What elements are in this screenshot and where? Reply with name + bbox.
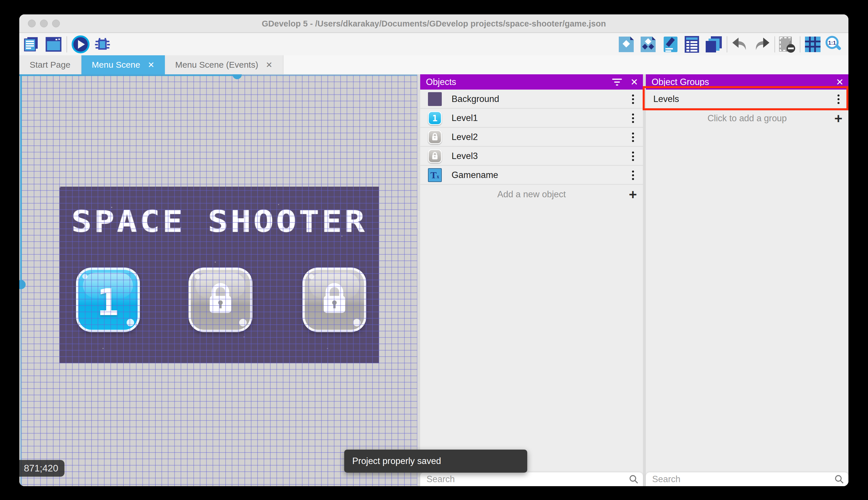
kebab-menu-icon[interactable] xyxy=(623,94,643,104)
layers-panel-icon[interactable] xyxy=(705,35,723,54)
scene-editor-icon[interactable] xyxy=(45,35,62,54)
horizontal-scrollbar[interactable] xyxy=(19,74,237,76)
close-panel-icon[interactable]: ✕ xyxy=(831,74,848,90)
tab-label: Menu Scene (Events) xyxy=(175,60,258,70)
group-label: Levels xyxy=(653,94,828,104)
groups-search-bar xyxy=(646,472,848,486)
toolbar-divider xyxy=(727,36,727,53)
scene-editor-canvas[interactable]: SPACE SHOOTER 1 xyxy=(19,74,417,486)
star-decoration xyxy=(59,186,60,188)
tab-bar-filler xyxy=(283,55,848,74)
level1-button-instance[interactable]: 1 xyxy=(76,268,140,332)
add-object-row[interactable]: Add a new object + xyxy=(420,185,643,204)
add-group-row[interactable]: Click to add a group + xyxy=(646,109,848,128)
kebab-menu-icon[interactable] xyxy=(623,133,643,142)
object-label: Gamename xyxy=(451,170,623,180)
redo-icon[interactable] xyxy=(753,35,771,54)
object-label: Level1 xyxy=(451,113,623,123)
plus-icon[interactable]: + xyxy=(623,186,643,203)
toolbar: 1:1 xyxy=(19,33,848,55)
toggle-mask-icon[interactable] xyxy=(778,35,796,54)
button-highlight-dot xyxy=(353,319,361,326)
horizontal-scrollbar-track[interactable] xyxy=(237,74,417,76)
preview-play-icon[interactable] xyxy=(72,35,90,54)
vertical-scrollbar-knob[interactable] xyxy=(19,280,26,289)
gdevelop-window: GDevelop 5 - /Users/dkarakay/Documents/G… xyxy=(19,14,848,486)
tab-start-page[interactable]: Start Page xyxy=(19,55,81,74)
undo-icon[interactable] xyxy=(731,35,749,54)
svg-text:1:1: 1:1 xyxy=(828,40,836,46)
kebab-menu-icon[interactable] xyxy=(623,171,643,180)
button-highlight-dot xyxy=(309,274,314,279)
debug-icon[interactable] xyxy=(94,35,112,54)
project-manager-icon[interactable] xyxy=(23,35,40,54)
object-groups-panel-icon[interactable] xyxy=(639,35,657,54)
add-object-label: Add a new object xyxy=(420,189,623,200)
close-panel-icon[interactable]: ✕ xyxy=(626,74,643,90)
cursor-coordinates-badge: 871;420 xyxy=(19,460,64,477)
window-title: GDevelop 5 - /Users/dkarakay/Documents/G… xyxy=(19,14,848,33)
vertical-scrollbar[interactable] xyxy=(20,74,22,284)
button-highlight-dot xyxy=(239,319,247,326)
object-thumbnail: 1 xyxy=(428,111,442,125)
tab-menu-scene[interactable]: Menu Scene ✕ xyxy=(81,55,165,74)
level2-locked-button-instance[interactable] xyxy=(188,268,253,332)
properties-panel-icon[interactable] xyxy=(662,35,680,54)
panel-divider[interactable] xyxy=(643,74,646,486)
objects-search-bar xyxy=(420,472,643,486)
save-toast: Project properly saved xyxy=(344,450,527,473)
object-row-level2[interactable]: Level2 xyxy=(420,128,643,147)
lock-icon xyxy=(204,282,236,318)
objects-panel: Objects ✕ Background 1 Level1 Level2 xyxy=(420,74,643,486)
object-row-gamename[interactable]: Tx Gamename xyxy=(420,166,643,185)
groups-search-input[interactable] xyxy=(646,474,830,485)
objects-search-input[interactable] xyxy=(420,474,624,485)
object-row-level3[interactable]: Level3 xyxy=(420,147,643,166)
object-thumbnail xyxy=(428,130,442,144)
group-row-levels[interactable]: Levels xyxy=(646,90,848,109)
lock-icon xyxy=(319,282,350,318)
object-row-level1[interactable]: 1 Level1 xyxy=(420,109,643,128)
objects-panel-header: Objects ✕ xyxy=(420,74,643,90)
kebab-menu-icon[interactable] xyxy=(623,113,643,123)
level-number: 1 xyxy=(78,281,138,324)
kebab-menu-icon[interactable] xyxy=(828,94,848,104)
vertical-scrollbar-track[interactable] xyxy=(20,284,22,486)
tab-label: Start Page xyxy=(30,60,71,70)
search-icon[interactable] xyxy=(624,474,643,485)
close-tab-icon[interactable]: ✕ xyxy=(266,60,272,70)
object-label: Background xyxy=(451,94,623,104)
title-bar: GDevelop 5 - /Users/dkarakay/Documents/G… xyxy=(19,14,848,33)
search-icon[interactable] xyxy=(830,474,848,485)
tab-menu-scene-events[interactable]: Menu Scene (Events) ✕ xyxy=(165,55,283,74)
toast-message: Project properly saved xyxy=(344,456,441,466)
object-thumbnail: Tx xyxy=(428,168,442,182)
kebab-menu-icon[interactable] xyxy=(623,151,643,161)
object-groups-panel: Object Groups ✕ Levels Click to add a gr… xyxy=(646,74,848,486)
plus-icon[interactable]: + xyxy=(828,111,848,126)
background-object-instance[interactable]: SPACE SHOOTER 1 xyxy=(59,186,379,363)
toolbar-divider xyxy=(67,36,67,53)
close-tab-icon[interactable]: ✕ xyxy=(148,60,154,70)
toolbar-divider xyxy=(800,36,800,53)
tab-bar: Start Page Menu Scene ✕ Menu Scene (Even… xyxy=(19,55,848,74)
instances-list-panel-icon[interactable] xyxy=(683,35,701,54)
objects-panel-icon[interactable] xyxy=(617,35,635,54)
toolbar-divider xyxy=(774,36,775,53)
level3-locked-button-instance[interactable] xyxy=(303,268,366,332)
object-label: Level3 xyxy=(451,151,623,161)
zoom-one-to-one-icon[interactable]: 1:1 xyxy=(824,35,842,54)
toggle-grid-icon[interactable] xyxy=(804,35,822,54)
panel-title: Objects xyxy=(420,77,608,87)
panel-divider[interactable] xyxy=(417,74,420,486)
filter-icon[interactable] xyxy=(608,74,626,90)
object-thumbnail xyxy=(428,92,442,106)
horizontal-scrollbar-knob[interactable] xyxy=(233,74,242,79)
button-highlight-dot xyxy=(82,274,87,279)
object-label: Level2 xyxy=(451,132,623,142)
add-group-label: Click to add a group xyxy=(646,113,828,124)
panel-title: Object Groups xyxy=(646,77,831,87)
scene-title-text[interactable]: SPACE SHOOTER xyxy=(59,204,379,239)
tab-label: Menu Scene xyxy=(92,60,140,70)
object-row-background[interactable]: Background xyxy=(420,90,643,109)
